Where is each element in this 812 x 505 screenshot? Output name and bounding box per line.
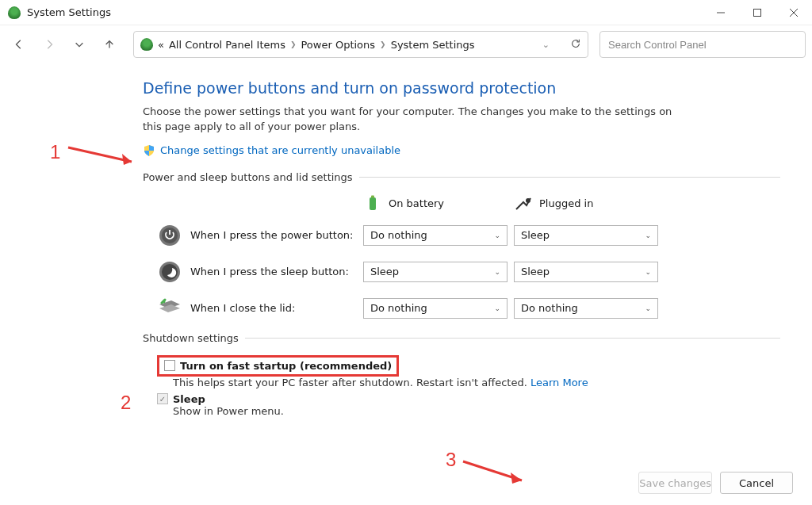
page-description: Choose the power settings that you want … <box>143 105 682 135</box>
up-button[interactable] <box>97 32 122 57</box>
sleep-description: Show in Power menu. <box>173 405 780 417</box>
battery-icon <box>363 194 382 213</box>
sleep-button-battery-dropdown[interactable]: Sleep⌄ <box>363 262 508 282</box>
breadcrumb-item[interactable]: All Control Panel Items <box>169 39 285 51</box>
page-title: Define power buttons and turn on passwor… <box>143 79 780 97</box>
chevron-down-icon: ⌄ <box>645 304 651 312</box>
lid-battery-dropdown[interactable]: Do nothing⌄ <box>363 298 508 319</box>
chevron-down-icon: ⌄ <box>645 231 651 239</box>
section-heading-shutdown: Shutdown settings <box>143 332 780 344</box>
save-changes-button[interactable]: Save changes <box>638 472 712 494</box>
fast-startup-description: This helps start your PC faster after sh… <box>173 377 530 388</box>
lid-plugged-dropdown[interactable]: Do nothing⌄ <box>514 298 658 319</box>
chevron-down-icon: ⌄ <box>645 268 651 276</box>
nav-bar: « All Control Panel Items ❯ Power Option… <box>0 25 812 63</box>
back-button[interactable] <box>6 32 32 57</box>
annotation-number-2: 2 <box>121 392 131 414</box>
svg-point-6 <box>526 198 530 203</box>
admin-link-label: Change settings that are currently unava… <box>160 144 400 156</box>
sleep-icon <box>157 259 182 285</box>
power-icon <box>157 223 182 248</box>
sleep-button-plugged-dropdown[interactable]: Sleep⌄ <box>514 262 658 282</box>
app-icon <box>8 6 21 19</box>
annotation-arrow-3 <box>460 457 539 488</box>
power-button-battery-dropdown[interactable]: Do nothing⌄ <box>363 225 508 246</box>
sleep-checkbox[interactable]: ✓ <box>157 393 168 404</box>
sleep-label: Sleep <box>173 393 205 405</box>
forward-button[interactable] <box>36 32 62 57</box>
annotation-number-1: 1 <box>50 141 60 163</box>
chevron-down-icon: ⌄ <box>494 304 500 312</box>
svg-rect-1 <box>754 9 761 16</box>
cancel-button[interactable]: Cancel <box>720 472 793 494</box>
plug-icon <box>514 194 533 213</box>
svg-marker-14 <box>511 472 522 484</box>
breadcrumb-prefix: « <box>158 39 164 51</box>
search-input[interactable] <box>599 31 806 58</box>
fast-startup-checkbox[interactable] <box>164 360 175 371</box>
svg-rect-5 <box>371 195 374 197</box>
breadcrumb-item[interactable]: System Settings <box>391 39 475 51</box>
svg-rect-4 <box>370 197 376 210</box>
address-bar[interactable]: « All Control Panel Items ❯ Power Option… <box>133 31 588 58</box>
change-unavailable-settings-link[interactable]: Change settings that are currently unava… <box>143 144 780 157</box>
breadcrumb-item[interactable]: Power Options <box>301 39 375 51</box>
chevron-right-icon: ❯ <box>380 40 386 48</box>
row-label: When I press the power button: <box>190 229 363 241</box>
chevron-down-icon[interactable]: ⌄ <box>542 40 550 50</box>
title-bar: System Settings <box>0 0 812 25</box>
chevron-down-icon: ⌄ <box>494 268 500 276</box>
section-heading: Power and sleep buttons and lid settings <box>143 171 780 183</box>
power-button-row: When I press the power button: Do nothin… <box>157 223 780 248</box>
shield-icon <box>143 144 155 157</box>
fast-startup-label: Turn on fast startup (recommended) <box>180 360 392 372</box>
row-label: When I press the sleep button: <box>190 266 363 277</box>
recent-dropdown-button[interactable] <box>67 32 92 57</box>
maximize-button[interactable] <box>739 0 776 25</box>
column-header-battery: On battery <box>389 197 444 209</box>
content-area: Define power buttons and turn on passwor… <box>0 63 812 417</box>
learn-more-link[interactable]: Learn More <box>530 377 588 388</box>
power-button-plugged-dropdown[interactable]: Sleep⌄ <box>514 225 658 246</box>
chevron-down-icon: ⌄ <box>494 231 500 239</box>
location-icon <box>140 38 153 51</box>
svg-line-13 <box>463 461 522 480</box>
chevron-right-icon: ❯ <box>290 40 297 48</box>
column-header-plugged: Plugged in <box>539 197 593 209</box>
close-button[interactable] <box>776 0 812 25</box>
annotation-number-3: 3 <box>446 449 456 471</box>
lid-close-row: When I close the lid: Do nothing⌄ Do not… <box>157 296 780 321</box>
window-title: System Settings <box>27 6 111 18</box>
annotation-highlight-box: Turn on fast startup (recommended) <box>157 355 399 377</box>
minimize-button[interactable] <box>703 0 739 25</box>
sleep-button-row: When I press the sleep button: Sleep⌄ Sl… <box>157 259 780 285</box>
lid-icon <box>157 296 182 321</box>
refresh-button[interactable] <box>570 38 581 52</box>
row-label: When I close the lid: <box>190 302 363 314</box>
